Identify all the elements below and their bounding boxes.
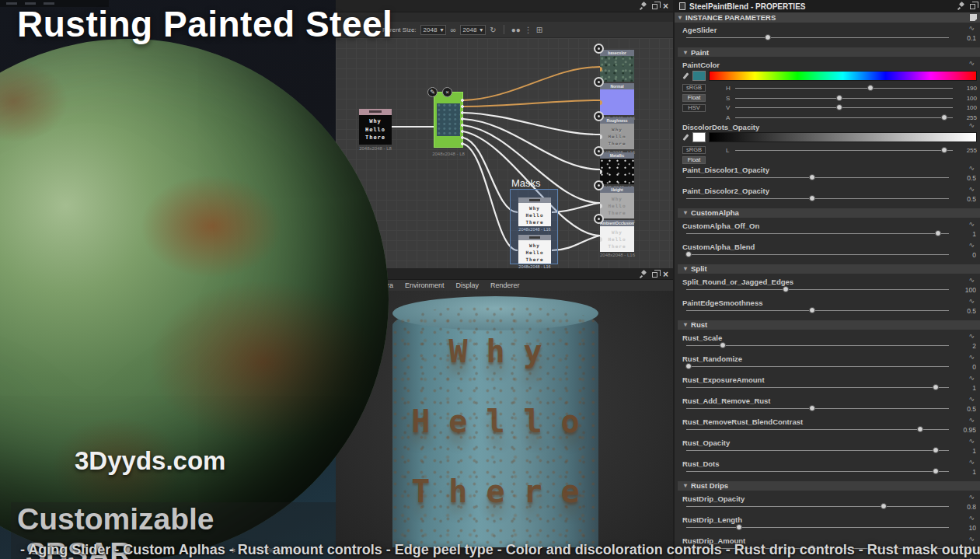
refresh-icon[interactable]: ↻ [490,26,496,34]
function-icon[interactable]: ∿ [968,374,975,382]
mask-node-2[interactable]: WhyHelloThere2048x2048 - L16 [518,235,551,269]
function-icon[interactable]: ∿ [968,332,975,340]
channel-slider[interactable] [735,150,953,151]
function-icon[interactable]: ∿ [968,416,975,424]
steel-paint-blend-node[interactable] [434,92,463,148]
function-icon[interactable]: ∿ [968,535,975,543]
param-slider[interactable] [686,345,949,346]
input-port[interactable] [600,67,602,72]
section-split[interactable]: ▾Split [678,264,980,274]
slider-handle[interactable] [685,251,692,257]
param-slider[interactable] [686,506,949,507]
pin-icon[interactable] [639,2,647,10]
float-window-icon[interactable] [652,272,657,278]
mode-button-float[interactable]: Float [682,156,706,164]
function-icon[interactable]: ∿ [968,121,975,129]
slider-handle[interactable] [941,114,947,121]
slider-handle[interactable] [933,447,939,453]
param-slider[interactable] [686,471,949,472]
param-slider[interactable] [686,254,949,255]
grayscale-gradient-bar[interactable] [709,132,977,142]
channel-slider[interactable] [735,98,953,99]
color-swatch[interactable] [692,132,706,142]
float-window-icon[interactable] [970,4,975,9]
function-icon[interactable]: ∿ [968,514,975,522]
param-slider[interactable] [686,310,949,311]
function-icon[interactable]: ∿ [968,185,975,193]
slider-handle[interactable] [941,147,947,153]
hue-gradient-bar[interactable] [709,71,977,81]
slider-handle[interactable] [836,104,842,110]
param-slider[interactable] [686,233,949,234]
parent-size-width-select[interactable]: 2048▾ [420,25,447,35]
slider-handle[interactable] [933,384,939,390]
text-input-node[interactable]: Why Hello There 2048x2048 - L8 [359,109,392,151]
masks-frame[interactable]: WhyHelloThere2048x2048 - L16WhyHelloTher… [510,189,558,264]
param-slider[interactable] [686,198,949,199]
param-slider[interactable] [686,429,949,430]
function-icon[interactable]: ∿ [968,458,975,466]
slider-handle[interactable] [809,195,815,201]
param-slider[interactable] [686,177,949,178]
function-icon[interactable]: ∿ [968,437,975,445]
output-node-height[interactable]: HeightWhyHelloThere2048x2048 - L16 [600,187,634,224]
eyedropper-icon[interactable] [682,134,689,141]
param-slider[interactable] [686,289,949,290]
param-slider[interactable] [686,366,949,367]
mode-button-float[interactable]: Float [682,94,706,102]
menu-renderer[interactable]: Renderer [490,281,520,289]
function-icon[interactable]: ∿ [968,276,975,284]
function-icon[interactable]: ∿ [968,59,975,67]
slider-handle[interactable] [765,34,771,40]
function-icon[interactable]: ∿ [968,24,975,32]
slider-handle[interactable] [933,468,939,474]
channel-slider[interactable] [735,88,953,89]
section-customalpha[interactable]: ▾CustomAlpha [678,208,980,218]
output-node-basecolor[interactable]: basecolor2048x2048 - L8 [600,50,634,87]
parent-size-height-select[interactable]: 2048▾ [460,25,487,35]
param-slider[interactable] [686,527,949,528]
mask-node-1[interactable]: WhyHelloThere2048x2048 - L16 [518,197,551,232]
function-icon[interactable]: ∿ [968,220,975,228]
close-badge-icon[interactable]: × [442,87,452,97]
instance-parameters-header[interactable]: ▾ INSTANCE PARAMETERS [675,12,980,23]
function-icon[interactable]: ∿ [968,493,975,501]
param-slider[interactable] [686,408,949,409]
section-paint[interactable]: ▾Paint [678,47,980,57]
function-icon[interactable]: ∿ [968,353,975,361]
param-slider[interactable] [686,387,949,388]
output-node-normal[interactable]: Normal2048x2048 - L16 [600,83,634,121]
pin-icon[interactable] [639,271,647,278]
menu-display[interactable]: Display [456,281,480,289]
slider-handle[interactable] [809,174,815,180]
float-window-icon[interactable] [652,4,657,9]
section-rust[interactable]: ▾Rust [678,320,980,330]
output-node-roughness[interactable]: RoughnessWhyHelloThere2048x2048 - L16 [600,117,634,155]
pin-icon[interactable] [957,2,964,10]
preview-dots-icon[interactable]: ●● [511,26,521,34]
input-port[interactable] [600,100,602,105]
param-slider[interactable] [686,37,949,38]
mode-button-hsv[interactable]: HSV [682,104,706,112]
param-slider[interactable] [686,450,949,451]
slider-handle[interactable] [809,307,815,313]
mode-button-srgb[interactable]: sRGB [682,84,706,92]
slider-handle[interactable] [736,524,742,530]
menu-environment[interactable]: Environment [405,281,445,289]
function-icon[interactable]: ∿ [968,241,975,249]
slider-handle[interactable] [720,342,726,348]
node-output-ports[interactable] [460,98,465,146]
slider-handle[interactable] [809,405,815,411]
note-icon[interactable] [970,14,977,21]
more-options-icon[interactable]: ⋮ [525,26,532,34]
section-rust-drips[interactable]: ▾Rust Drips [678,481,980,491]
close-icon[interactable]: × [663,271,668,278]
slider-handle[interactable] [836,95,842,101]
slider-handle[interactable] [867,85,874,91]
slider-handle[interactable] [783,286,789,292]
output-node-ao[interactable]: AmbientOcclusionWhyHelloThere2048x2048 -… [600,220,634,257]
slider-handle[interactable] [685,363,692,369]
slider-handle[interactable] [881,503,887,509]
function-icon[interactable]: ∿ [968,395,975,403]
output-node-metallic[interactable]: Metallic2048x2048 - L8 [600,152,634,190]
